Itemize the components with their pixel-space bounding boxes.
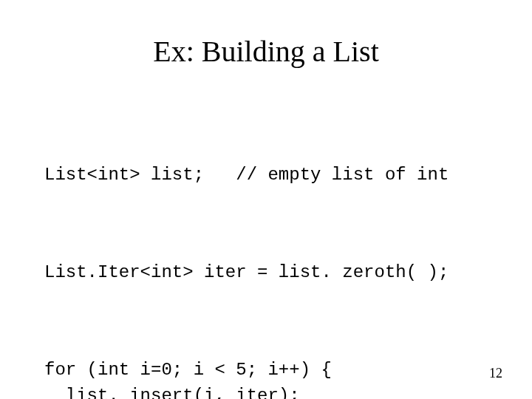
code-line: List<int> list; // empty list of int: [44, 165, 449, 185]
code-block-3: for (int i=0; i < 5; i++) { list. insert…: [44, 358, 488, 399]
code-line: List.Iter<int> iter = list. zeroth( );: [44, 262, 449, 282]
slide: Ex: Building a List List<int> list; // e…: [0, 0, 532, 399]
code-block-2: List.Iter<int> iter = list. zeroth( );: [44, 260, 488, 286]
slide-title: Ex: Building a List: [0, 34, 532, 69]
code-block-1: List<int> list; // empty list of int: [44, 163, 488, 188]
code-body: List<int> list; // empty list of int Lis…: [44, 111, 488, 399]
code-line: for (int i=0; i < 5; i++) {: [44, 360, 332, 380]
page-number: 12: [489, 366, 502, 381]
code-line: list. insert(i, iter);: [44, 386, 300, 399]
